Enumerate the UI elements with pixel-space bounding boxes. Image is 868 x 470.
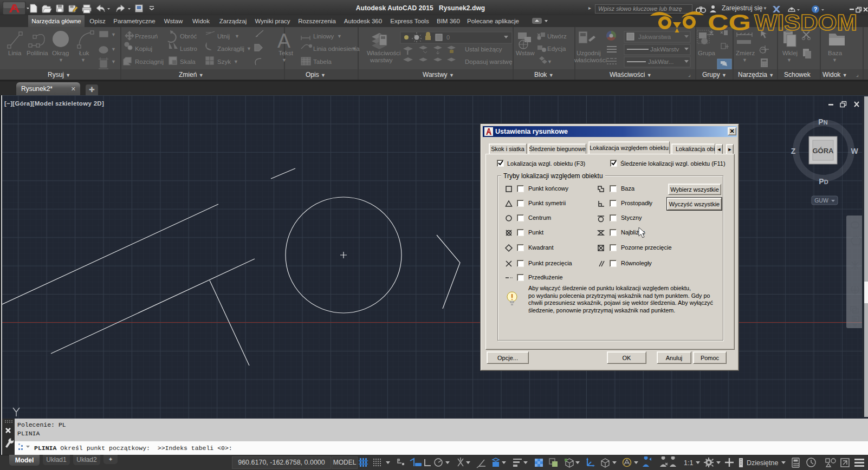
svg-text:W: W	[851, 147, 858, 155]
svg-text:GUW: GUW	[814, 197, 828, 204]
svg-text:PN: PN	[818, 118, 827, 126]
svg-text:GÓRA: GÓRA	[813, 147, 834, 155]
svg-text:PD: PD	[819, 177, 828, 186]
svg-text:Z: Z	[791, 147, 796, 155]
svg-text:JakWarstv: JakWarstv	[650, 46, 679, 53]
svg-text:?: ?	[814, 6, 818, 12]
svg-text:0: 0	[446, 34, 450, 41]
svg-text:1:1: 1:1	[684, 459, 693, 467]
svg-text:JakWar...: JakWar...	[648, 58, 674, 65]
svg-text:A: A	[277, 30, 290, 52]
svg-text:Dziesiętne: Dziesiętne	[747, 459, 778, 467]
svg-text:Jakwarstwa: Jakwarstwa	[638, 34, 671, 40]
